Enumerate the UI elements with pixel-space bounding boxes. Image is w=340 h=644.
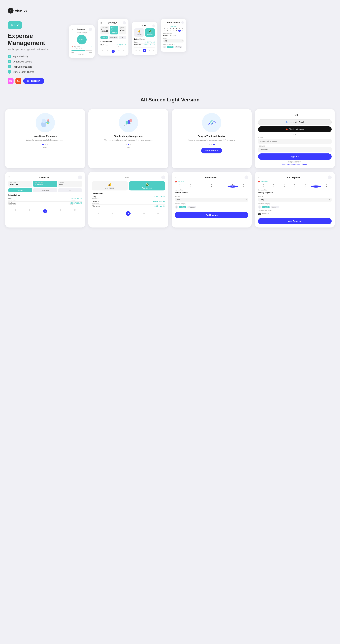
- of-nav-stats[interactable]: [29, 209, 30, 210]
- password-field: Password: [258, 145, 332, 152]
- add-nav-item-1[interactable]: [98, 213, 99, 214]
- google-login-button[interactable]: G Log in with Gmail: [258, 119, 332, 125]
- expense-full-cat-field: Expense Category + Health Grocery: [258, 203, 332, 209]
- add-expense-option-full[interactable]: 💸 Add Expense: [129, 181, 165, 190]
- hero-phones: ← Savings Current Savings $600 📅 July 20…: [69, 19, 332, 58]
- dot-1c: [209, 144, 210, 145]
- signup-link[interactable]: Signup: [302, 164, 307, 165]
- expense-amount-label: Amount: [163, 38, 184, 39]
- nav-stats[interactable]: [118, 50, 120, 51]
- add-nav-item-4[interactable]: [158, 213, 159, 214]
- onboard3-title: Easy to Track and Analize: [198, 135, 226, 138]
- expense-add-photo[interactable]: 📷 Add Photo: [258, 212, 332, 215]
- expense-full-cat-health[interactable]: Health: [262, 206, 270, 208]
- expense-full-header: ← Add Expense: [258, 176, 332, 179]
- expense-full-amount-value: 100 |: [260, 199, 264, 200]
- stat-sales: Total Sales $ 1800.00: [100, 26, 109, 34]
- income-cat-salary[interactable]: Salary: [179, 206, 186, 208]
- expense-full-cat-grocery[interactable]: Grocery: [270, 206, 279, 208]
- add-header: ← Add: [92, 176, 165, 179]
- category-row: + Health Grocery: [163, 46, 184, 48]
- onboard1-next[interactable]: Next: [43, 146, 47, 148]
- add-price-name: Price Money: [92, 205, 100, 207]
- add-entry-salary: Salary 20 Feb 2020 +$1400 + Vat 1%: [92, 195, 165, 200]
- expense-active-day[interactable]: 8: [311, 186, 321, 188]
- feature-item-2: ✓ Organized Layers: [8, 60, 62, 63]
- of-nav-user[interactable]: [74, 209, 76, 210]
- onboard2-next[interactable]: Next: [126, 146, 130, 148]
- of-reminders-btn[interactable]: Reminders: [33, 188, 57, 192]
- password-input[interactable]: [258, 147, 332, 152]
- add-nav-item-2[interactable]: [112, 213, 113, 214]
- of-entry-cashback-name: Cashback: [8, 202, 16, 204]
- add-category-btn[interactable]: +: [163, 46, 166, 48]
- active-day[interactable]: 8: [178, 30, 181, 32]
- expense-amount-value: 100 |: [164, 40, 168, 42]
- add-options: 💰 Add Income 💸 Add Expense: [92, 181, 165, 190]
- expense-full-cat-plus[interactable]: +: [258, 206, 261, 209]
- add-nav-plus[interactable]: +: [126, 211, 130, 216]
- add-expense-submit[interactable]: Add Expense: [258, 218, 332, 224]
- of-nav-plus[interactable]: +: [43, 209, 47, 213]
- income-cat-row: + Salary Rewards: [175, 206, 248, 209]
- overview-full-screen: ☰ Overview Total Sales $1800.00 Total Ex…: [5, 172, 85, 228]
- income-amount-input[interactable]: 2000 | $: [175, 198, 248, 202]
- nav-add[interactable]: [107, 50, 108, 51]
- of-nav: +: [8, 208, 82, 213]
- add-expense-option: 💸 Add Expense: [145, 28, 155, 37]
- add-nav-item-3[interactable]: [144, 213, 145, 214]
- entry-food: Food 20 Feb 2020 +$200 + Vat 1% Google P…: [100, 43, 126, 47]
- income-cat-plus[interactable]: +: [175, 206, 178, 209]
- add-income-submit[interactable]: Add Income: [175, 212, 248, 218]
- income-cat-rewards[interactable]: Rewards: [188, 206, 196, 208]
- income-active-day[interactable]: 8: [228, 186, 238, 188]
- get-started-button[interactable]: Get Started >: [201, 148, 222, 154]
- add-income-option-full[interactable]: 💰 Add Income: [92, 181, 128, 190]
- entry-food-name: Food: [100, 44, 108, 45]
- of-savings-btn[interactable]: Savings: [8, 188, 32, 192]
- of-expense-val: $1800.00: [34, 184, 56, 186]
- login-card-inner: Flux G Log in with Gmail 🍎 Sign in with …: [258, 113, 332, 165]
- expense-full-amount-input[interactable]: 100 | $: [258, 198, 332, 202]
- track-illustration: [204, 116, 219, 130]
- savings-bar2: $300: [89, 52, 92, 53]
- reminders-btn[interactable]: Reminders: [109, 36, 118, 39]
- dot-1: [42, 144, 44, 145]
- forgot-password-link[interactable]: Forgot password?: [258, 161, 332, 163]
- savings-btn[interactable]: Savings: [100, 36, 108, 39]
- of-nav-home[interactable]: [15, 209, 16, 210]
- nav-home[interactable]: [102, 50, 103, 51]
- add-entry-cashback: Cashback +$20 + Vat 0.5%: [134, 44, 155, 46]
- budget-btn[interactable]: B: [119, 36, 126, 39]
- category-grocery[interactable]: Grocery: [174, 46, 182, 48]
- nav-settings[interactable]: [123, 50, 124, 51]
- add-plus-btn[interactable]: +: [143, 48, 146, 52]
- expense-category-label: Expense Category: [163, 44, 184, 45]
- stat-sales-value: $ 1800.00: [102, 28, 108, 32]
- apple-login-button[interactable]: 🍎 Sign in with Apple: [258, 126, 332, 132]
- of-nav-bell[interactable]: [60, 209, 61, 210]
- add-salary-amt: +$1400 + Vat 1%: [153, 196, 165, 199]
- expense-amount-input[interactable]: 100 | $: [163, 40, 184, 42]
- nav-plus[interactable]: +: [112, 50, 115, 53]
- onboard1-desc: Daily note your expenses to help manage …: [26, 139, 64, 141]
- email-input[interactable]: [258, 139, 332, 144]
- overview-card-title: Overview: [108, 22, 116, 24]
- add-screen: ← Add 💰 Add Income 💸 Add Expense Latest …: [92, 176, 165, 216]
- your-goals-label: Your Goals...: [72, 54, 92, 56]
- expense-title-field: Expense Title Family Expense: [163, 33, 184, 36]
- category-health[interactable]: Health: [167, 46, 174, 48]
- expense-month-label: July 2020: [261, 181, 268, 183]
- screen-count-button[interactable]: 33+ SCREEN: [23, 78, 44, 84]
- of-budget-btn[interactable]: B: [58, 188, 82, 192]
- hero-title: Expense Management: [8, 32, 62, 46]
- expense-full-screen: ← Add Expense 📅 July 2020 SMTWTFS 345678…: [258, 176, 332, 224]
- add-entry-cashback2: Cashback 15 Feb 2020 +$20 + Vat 0.5%: [92, 200, 165, 205]
- or-divider: OR: [258, 134, 332, 136]
- signin-button[interactable]: Sign In >: [258, 154, 332, 160]
- of-entry-cashback-sub: Cash: [70, 204, 82, 206]
- add-entries-title: Latest Entries: [92, 192, 165, 194]
- figma-badge: Fg: [16, 78, 21, 84]
- entry-food-date: 20 Feb 2020: [100, 45, 108, 47]
- add-salary-date: 20 Feb 2020: [92, 198, 99, 199]
